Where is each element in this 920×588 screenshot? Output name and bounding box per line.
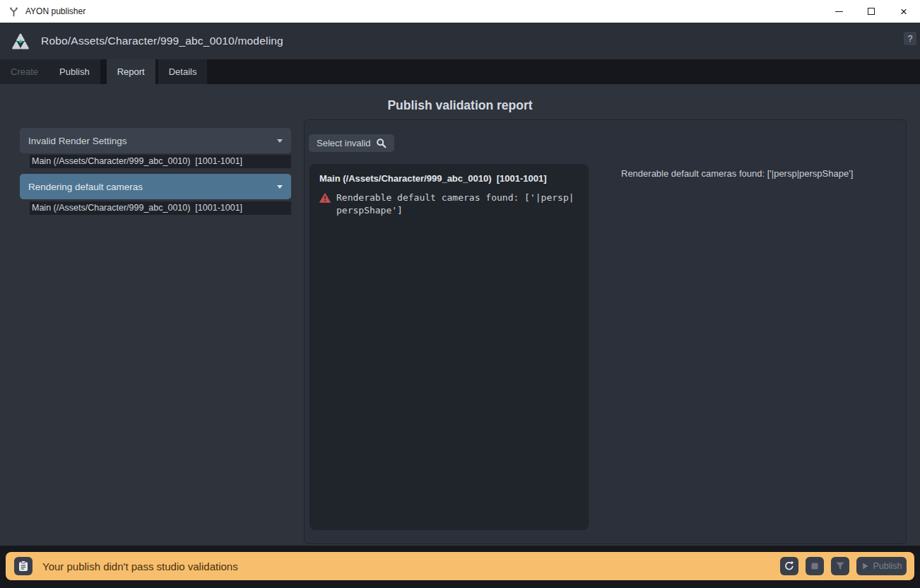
error-group-instance[interactable]: Main (/Assets/Character/999_abc_0010) [1…	[30, 155, 291, 168]
window-controls: ×	[822, 0, 920, 23]
validation-message-row: Renderable default cameras found: ['|per…	[319, 192, 579, 217]
help-button[interactable]: ?	[904, 32, 916, 45]
filter-icon	[835, 561, 845, 571]
clipboard-icon	[18, 560, 28, 572]
chevron-down-icon	[277, 139, 283, 143]
tab-details[interactable]: Details	[158, 59, 208, 84]
close-button[interactable]: ×	[887, 0, 920, 23]
instance-card-title: Main (/Assets/Character/999_abc_0010) [1…	[319, 173, 579, 184]
banner-message: Your publish didn't pass studio validati…	[42, 560, 238, 572]
warning-icon	[319, 193, 331, 203]
publish-button-label: Publish	[873, 561, 902, 571]
select-invalid-label: Select invalid	[317, 138, 371, 148]
reset-button[interactable]	[780, 557, 798, 575]
search-icon	[376, 138, 387, 148]
maximize-icon	[868, 8, 875, 15]
select-invalid-button[interactable]: Select invalid	[309, 134, 394, 152]
report-details-button[interactable]	[14, 557, 33, 575]
stop-button[interactable]	[806, 557, 824, 575]
publish-button[interactable]: Publish	[856, 557, 907, 575]
error-group-rendering-default-cameras[interactable]: Rendering default cameras	[20, 174, 291, 199]
tab-report[interactable]: Report	[107, 59, 155, 84]
chevron-down-icon	[277, 185, 283, 189]
filter-button[interactable]	[831, 557, 849, 575]
close-icon: ×	[900, 6, 907, 18]
error-group-label: Invalid Render Settings	[28, 136, 127, 146]
instance-report-card: Main (/Assets/Character/999_abc_0010) [1…	[309, 164, 589, 530]
tab-publish[interactable]: Publish	[49, 59, 100, 84]
refresh-icon	[784, 560, 795, 572]
validation-error-banner: Your publish didn't pass studio validati…	[6, 552, 914, 580]
app-icon	[8, 6, 19, 17]
maximize-button[interactable]	[855, 0, 887, 23]
validation-message: Renderable default cameras found: ['|per…	[336, 192, 578, 217]
error-group-instance[interactable]: Main (/Assets/Character/999_abc_0010) [1…	[30, 201, 291, 215]
minimize-button[interactable]	[822, 0, 855, 23]
titlebar: AYON publisher ×	[0, 0, 920, 23]
play-icon	[861, 562, 869, 570]
minimize-icon	[835, 11, 843, 12]
page-title: Publish validation report	[0, 98, 920, 113]
error-group-label: Rendering default cameras	[28, 182, 143, 192]
ayon-logo-icon	[10, 32, 31, 51]
error-group-invalid-render-settings[interactable]: Invalid Render Settings	[20, 128, 291, 153]
app-window: AYON publisher × Robo/Assets/Character/9…	[0, 0, 920, 588]
tab-gap	[100, 59, 107, 84]
stop-icon	[810, 561, 820, 571]
tab-create[interactable]: Create	[0, 59, 49, 84]
tabbar: Create Publish Report Details	[0, 59, 920, 84]
validation-detail-text: Renderable default cameras found: ['|per…	[621, 168, 904, 179]
window-title: AYON publisher	[25, 6, 85, 16]
header: Robo/Assets/Character/999_abc_0010/model…	[0, 23, 920, 59]
context-path: Robo/Assets/Character/999_abc_0010/model…	[41, 35, 283, 47]
